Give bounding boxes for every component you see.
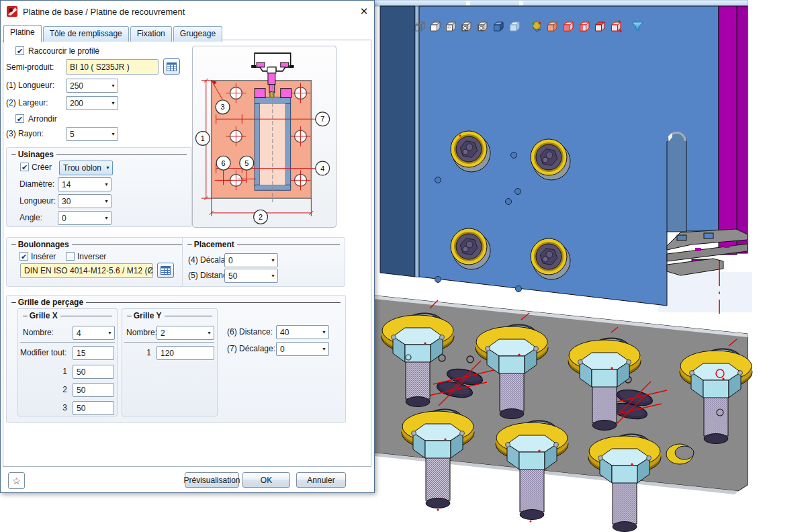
view-shaded-blue-icon[interactable]	[494, 22, 504, 31]
rayon3-value: 5	[70, 130, 75, 139]
window-chrome-strip	[374, 0, 748, 6]
grille-x-row1-input[interactable]: 50	[73, 365, 114, 379]
arrondir-checkbox[interactable]: ✔	[15, 114, 24, 123]
clip-left-icon[interactable]	[580, 22, 590, 31]
dash: –	[11, 150, 16, 159]
dash: –	[11, 240, 16, 249]
tab-fixation[interactable]: Fixation	[130, 26, 172, 42]
cancel-button[interactable]: Annuler	[296, 472, 346, 488]
dialog-title: Platine de base / Platine de recouvremen…	[23, 7, 354, 17]
callout-4: 4	[320, 165, 324, 173]
decalage4-combo[interactable]: 0▼	[224, 253, 278, 267]
combo-arrow-icon[interactable]: ▼	[105, 165, 110, 170]
semi-produit-field[interactable]: BI 10 ( S235JR )	[66, 59, 159, 75]
boulonnages-group: –Boulonnages	[6, 237, 192, 287]
callout-1: 1	[201, 134, 205, 142]
favorite-button[interactable]: ☆	[8, 472, 25, 489]
inverser-label: Inverser	[77, 252, 106, 261]
hole-type-combo[interactable]: Trou oblon▼	[59, 161, 113, 175]
grille-x-nombre-combo[interactable]: 4▼	[73, 326, 115, 340]
callout-5: 5	[244, 159, 249, 167]
preview-channel	[255, 89, 291, 191]
table-icon	[161, 266, 171, 275]
combo-arrow-icon[interactable]: ▼	[271, 273, 275, 278]
grille-x-row0-label: Modifier tout:	[20, 348, 66, 357]
longueur1-combo[interactable]: 250▼	[66, 79, 118, 93]
boulonnage-browse-button[interactable]	[157, 263, 174, 278]
dialog-tabs: Platine Tôle de remplissage Fixation Gru…	[3, 25, 224, 42]
background-tint	[658, 272, 752, 312]
combo-arrow-icon[interactable]: ▼	[111, 101, 116, 105]
close-icon[interactable]: ✕	[354, 5, 374, 17]
combo-arrow-icon[interactable]: ▼	[207, 330, 212, 335]
raccourcir-checkbox[interactable]: ✔	[15, 46, 24, 55]
tab-grugeage[interactable]: Grugeage	[173, 26, 222, 42]
preview-button[interactable]: Prévisualisation	[185, 472, 239, 488]
callout-6: 6	[222, 159, 226, 167]
combo-arrow-icon[interactable]: ▼	[271, 258, 275, 263]
grille-y-row1-input[interactable]: 120	[156, 346, 214, 360]
preview-panel: 1 2 3 4 5 6 7	[192, 46, 336, 228]
angle-label: Angle:	[19, 213, 42, 222]
angle-combo[interactable]: 0▼	[58, 211, 111, 225]
usinages-longueur-combo[interactable]: 30▼	[58, 194, 111, 208]
ok-button[interactable]: OK	[242, 472, 290, 488]
combo-arrow-icon[interactable]: ▼	[111, 83, 116, 88]
grille-x-row0-input[interactable]: 15	[73, 346, 114, 360]
clip-top-icon[interactable]	[596, 22, 605, 31]
preview-schematic: 1 2 3 4 5 6 7	[193, 46, 336, 227]
view-hidden-lines-icon[interactable]	[447, 22, 456, 31]
combo-arrow-icon[interactable]: ▼	[104, 199, 109, 204]
grille-x-separator	[20, 342, 115, 343]
creer-checkbox[interactable]: ✔	[20, 163, 29, 171]
hole-type-value: Trou oblon	[63, 163, 101, 173]
dash: –	[187, 240, 192, 249]
combo-arrow-icon[interactable]: ▼	[104, 216, 109, 220]
distance5-value: 50	[228, 271, 237, 281]
combo-arrow-icon[interactable]: ▼	[111, 132, 116, 136]
grille-x-nombre-label: Nombre:	[23, 328, 54, 337]
clip-cube-icon[interactable]	[548, 22, 557, 31]
view-transparent-icon[interactable]	[510, 22, 520, 31]
placement-title: Placement	[194, 240, 234, 249]
boulonnage-standard-field[interactable]: DIN EN ISO 4014-M12-5.6 / M12 (Ø	[20, 263, 153, 278]
semi-produit-browse-button[interactable]	[163, 58, 180, 75]
inverser-checkbox[interactable]	[66, 252, 75, 261]
grille-y-row1-label: 1	[138, 348, 151, 357]
svg-text:Q: Q	[463, 25, 467, 31]
combo-arrow-icon[interactable]: ▼	[107, 330, 112, 335]
grille-x-row2-input[interactable]: 50	[73, 383, 114, 397]
distance5-combo[interactable]: 50▼	[224, 269, 278, 283]
grille-y-nombre-combo[interactable]: 2▼	[156, 326, 214, 340]
plate-slot	[667, 132, 686, 232]
decalage7-combo[interactable]: 0▼	[276, 342, 329, 356]
dash: –	[23, 311, 28, 320]
grille-x-nombre-value: 4	[77, 328, 81, 338]
decalage4-value: 0	[228, 256, 233, 265]
clip-front-icon[interactable]	[564, 22, 574, 31]
inserer-checkbox[interactable]: ✔	[19, 252, 28, 261]
view-quick1-icon[interactable]: Q	[462, 22, 472, 31]
diametre-value: 14	[62, 180, 71, 189]
tab-platine[interactable]: Platine	[3, 25, 42, 42]
largeur2-combo[interactable]: 200▼	[66, 96, 118, 110]
view-solid-white-icon[interactable]	[431, 22, 441, 31]
distance6-combo[interactable]: 40▼	[276, 325, 329, 339]
table-icon	[167, 62, 177, 71]
dash: –	[11, 298, 16, 307]
base-plate-dialog: Platine de base / Platine de recouvremen…	[0, 0, 375, 493]
grille-y-group: –Grille Y	[122, 308, 218, 416]
diametre-combo[interactable]: 14▼	[58, 177, 111, 191]
combo-arrow-icon[interactable]: ▼	[322, 330, 326, 335]
magenta-column[interactable]	[719, 6, 748, 255]
anchor-bolt-partial[interactable]	[666, 444, 694, 464]
distance6-label: (6) Distance:	[227, 327, 273, 337]
grille-x-row3-input[interactable]: 50	[73, 401, 114, 415]
view-quick2-icon[interactable]: Q	[478, 22, 488, 31]
combo-arrow-icon[interactable]: ▼	[104, 182, 109, 187]
dialog-titlebar[interactable]: Platine de base / Platine de recouvremen…	[1, 1, 374, 22]
combo-arrow-icon[interactable]: ▼	[322, 347, 326, 351]
rayon3-combo[interactable]: 5▼	[66, 127, 118, 141]
tab-tole-de-remplissage[interactable]: Tôle de remplissage	[43, 26, 129, 42]
distance6-value: 40	[280, 328, 289, 337]
